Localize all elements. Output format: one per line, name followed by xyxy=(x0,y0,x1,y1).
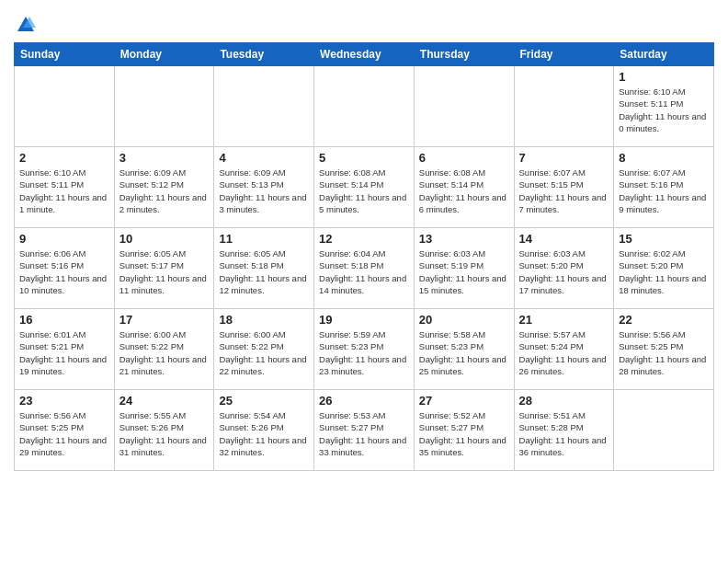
calendar-cell: 21Sunrise: 5:57 AMSunset: 5:24 PMDayligh… xyxy=(514,309,614,390)
calendar-cell xyxy=(614,390,714,471)
day-number: 14 xyxy=(519,232,609,246)
calendar-cell: 18Sunrise: 6:00 AMSunset: 5:22 PMDayligh… xyxy=(214,309,314,390)
calendar-header-row: SundayMondayTuesdayWednesdayThursdayFrid… xyxy=(15,43,714,66)
calendar-cell: 8Sunrise: 6:07 AMSunset: 5:16 PMDaylight… xyxy=(614,147,714,228)
day-number: 7 xyxy=(519,151,609,165)
calendar-cell: 3Sunrise: 6:09 AMSunset: 5:12 PMDaylight… xyxy=(114,147,214,228)
day-number: 2 xyxy=(19,151,109,165)
day-number: 9 xyxy=(19,232,109,246)
day-info: Sunrise: 6:09 AMSunset: 5:12 PMDaylight:… xyxy=(119,167,210,215)
day-number: 25 xyxy=(219,394,309,408)
day-number: 23 xyxy=(19,394,109,408)
logo-icon xyxy=(16,15,36,35)
day-info: Sunrise: 6:09 AMSunset: 5:13 PMDaylight:… xyxy=(219,167,309,215)
col-header-friday: Friday xyxy=(514,43,614,66)
day-info: Sunrise: 5:53 AMSunset: 5:27 PMDaylight:… xyxy=(319,409,409,458)
day-number: 19 xyxy=(319,313,409,327)
day-number: 27 xyxy=(419,394,509,408)
calendar-cell: 4Sunrise: 6:09 AMSunset: 5:13 PMDaylight… xyxy=(214,147,314,228)
day-number: 18 xyxy=(219,313,309,327)
day-number: 17 xyxy=(119,313,210,327)
calendar-cell: 11Sunrise: 6:05 AMSunset: 5:18 PMDayligh… xyxy=(214,228,314,309)
day-number: 16 xyxy=(19,313,109,327)
day-info: Sunrise: 6:08 AMSunset: 5:14 PMDaylight:… xyxy=(319,167,409,215)
col-header-wednesday: Wednesday xyxy=(314,43,415,66)
day-info: Sunrise: 6:03 AMSunset: 5:20 PMDaylight:… xyxy=(519,247,609,296)
calendar-cell xyxy=(314,66,415,147)
calendar-cell: 22Sunrise: 5:56 AMSunset: 5:25 PMDayligh… xyxy=(614,309,714,390)
calendar-cell: 28Sunrise: 5:51 AMSunset: 5:28 PMDayligh… xyxy=(514,390,614,471)
day-number: 21 xyxy=(519,313,609,327)
week-row-2: 2Sunrise: 6:10 AMSunset: 5:11 PMDaylight… xyxy=(15,147,714,228)
day-info: Sunrise: 5:52 AMSunset: 5:27 PMDaylight:… xyxy=(419,409,509,458)
day-number: 8 xyxy=(619,151,709,165)
day-info: Sunrise: 5:55 AMSunset: 5:26 PMDaylight:… xyxy=(119,409,210,458)
logo xyxy=(14,15,36,35)
calendar-cell: 19Sunrise: 5:59 AMSunset: 5:23 PMDayligh… xyxy=(314,309,415,390)
calendar-cell: 20Sunrise: 5:58 AMSunset: 5:23 PMDayligh… xyxy=(414,309,514,390)
day-info: Sunrise: 6:05 AMSunset: 5:17 PMDaylight:… xyxy=(119,247,210,296)
day-info: Sunrise: 5:56 AMSunset: 5:25 PMDaylight:… xyxy=(619,328,709,377)
day-number: 1 xyxy=(619,70,709,84)
day-number: 20 xyxy=(419,313,509,327)
week-row-4: 16Sunrise: 6:01 AMSunset: 5:21 PMDayligh… xyxy=(15,309,714,390)
day-info: Sunrise: 5:54 AMSunset: 5:26 PMDaylight:… xyxy=(219,409,309,458)
calendar-cell: 2Sunrise: 6:10 AMSunset: 5:11 PMDaylight… xyxy=(15,147,115,228)
col-header-saturday: Saturday xyxy=(614,43,714,66)
calendar-cell: 5Sunrise: 6:08 AMSunset: 5:14 PMDaylight… xyxy=(314,147,415,228)
day-info: Sunrise: 6:10 AMSunset: 5:11 PMDaylight:… xyxy=(619,86,709,134)
calendar-cell: 17Sunrise: 6:00 AMSunset: 5:22 PMDayligh… xyxy=(114,309,214,390)
day-info: Sunrise: 6:07 AMSunset: 5:15 PMDaylight:… xyxy=(519,167,609,215)
day-number: 5 xyxy=(319,151,409,165)
day-info: Sunrise: 6:10 AMSunset: 5:11 PMDaylight:… xyxy=(19,167,109,215)
calendar-cell: 13Sunrise: 6:03 AMSunset: 5:19 PMDayligh… xyxy=(414,228,514,309)
day-info: Sunrise: 5:57 AMSunset: 5:24 PMDaylight:… xyxy=(519,328,609,377)
day-info: Sunrise: 6:01 AMSunset: 5:21 PMDaylight:… xyxy=(19,328,109,377)
day-info: Sunrise: 6:00 AMSunset: 5:22 PMDaylight:… xyxy=(119,328,210,377)
calendar-cell: 9Sunrise: 6:06 AMSunset: 5:16 PMDaylight… xyxy=(15,228,115,309)
day-number: 15 xyxy=(619,232,709,246)
calendar-cell xyxy=(514,66,614,147)
col-header-tuesday: Tuesday xyxy=(214,43,314,66)
day-number: 4 xyxy=(219,151,309,165)
day-info: Sunrise: 5:56 AMSunset: 5:25 PMDaylight:… xyxy=(19,409,109,458)
week-row-3: 9Sunrise: 6:06 AMSunset: 5:16 PMDaylight… xyxy=(15,228,714,309)
calendar-cell: 10Sunrise: 6:05 AMSunset: 5:17 PMDayligh… xyxy=(114,228,214,309)
calendar-cell: 23Sunrise: 5:56 AMSunset: 5:25 PMDayligh… xyxy=(15,390,115,471)
day-info: Sunrise: 6:08 AMSunset: 5:14 PMDaylight:… xyxy=(419,167,509,215)
day-info: Sunrise: 5:51 AMSunset: 5:28 PMDaylight:… xyxy=(519,409,609,458)
day-info: Sunrise: 5:59 AMSunset: 5:23 PMDaylight:… xyxy=(319,328,409,377)
col-header-sunday: Sunday xyxy=(15,43,115,66)
week-row-5: 23Sunrise: 5:56 AMSunset: 5:25 PMDayligh… xyxy=(15,390,714,471)
col-header-monday: Monday xyxy=(114,43,214,66)
page: SundayMondayTuesdayWednesdayThursdayFrid… xyxy=(0,0,728,480)
calendar-cell: 27Sunrise: 5:52 AMSunset: 5:27 PMDayligh… xyxy=(414,390,514,471)
calendar-cell: 15Sunrise: 6:02 AMSunset: 5:20 PMDayligh… xyxy=(614,228,714,309)
calendar-cell: 26Sunrise: 5:53 AMSunset: 5:27 PMDayligh… xyxy=(314,390,415,471)
day-info: Sunrise: 6:03 AMSunset: 5:19 PMDaylight:… xyxy=(419,247,509,296)
day-info: Sunrise: 6:02 AMSunset: 5:20 PMDaylight:… xyxy=(619,247,709,296)
day-number: 12 xyxy=(319,232,409,246)
day-info: Sunrise: 6:06 AMSunset: 5:16 PMDaylight:… xyxy=(19,247,109,296)
day-info: Sunrise: 6:04 AMSunset: 5:18 PMDaylight:… xyxy=(319,247,409,296)
calendar-cell xyxy=(214,66,314,147)
week-row-1: 1Sunrise: 6:10 AMSunset: 5:11 PMDaylight… xyxy=(15,66,714,147)
day-number: 3 xyxy=(119,151,210,165)
calendar-table: SundayMondayTuesdayWednesdayThursdayFrid… xyxy=(14,42,714,471)
day-number: 11 xyxy=(219,232,309,246)
calendar-cell: 6Sunrise: 6:08 AMSunset: 5:14 PMDaylight… xyxy=(414,147,514,228)
calendar-cell xyxy=(15,66,115,147)
day-info: Sunrise: 6:07 AMSunset: 5:16 PMDaylight:… xyxy=(619,167,709,215)
calendar-cell: 7Sunrise: 6:07 AMSunset: 5:15 PMDaylight… xyxy=(514,147,614,228)
day-number: 13 xyxy=(419,232,509,246)
day-number: 10 xyxy=(119,232,210,246)
day-number: 28 xyxy=(519,394,609,408)
calendar-cell: 12Sunrise: 6:04 AMSunset: 5:18 PMDayligh… xyxy=(314,228,415,309)
calendar-cell: 16Sunrise: 6:01 AMSunset: 5:21 PMDayligh… xyxy=(15,309,115,390)
calendar-cell xyxy=(414,66,514,147)
col-header-thursday: Thursday xyxy=(414,43,514,66)
day-number: 24 xyxy=(119,394,210,408)
day-info: Sunrise: 6:00 AMSunset: 5:22 PMDaylight:… xyxy=(219,328,309,377)
calendar-cell xyxy=(114,66,214,147)
header xyxy=(14,9,714,35)
